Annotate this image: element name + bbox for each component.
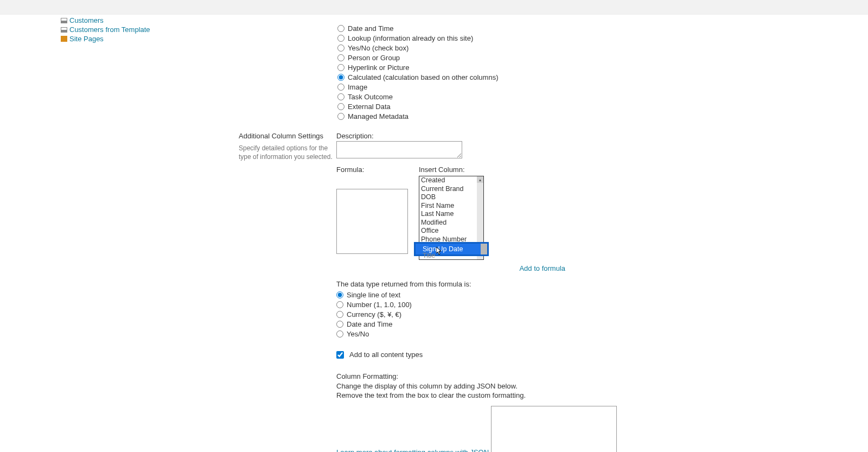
list-item[interactable]: Modified bbox=[419, 219, 483, 227]
radio-label: Hyperlink or Picture bbox=[348, 63, 409, 72]
column-formatting-section: Column Formatting: Change the display of… bbox=[336, 372, 868, 452]
radio-managed-metadata[interactable] bbox=[337, 113, 344, 120]
list-item[interactable]: Created bbox=[419, 176, 483, 185]
formula-label: Formula: bbox=[336, 165, 408, 174]
column-formatting-title: Column Formatting: bbox=[336, 372, 868, 381]
section-subtitle: Specify detailed options for the type of… bbox=[239, 144, 336, 161]
list-item[interactable]: First Name bbox=[419, 202, 483, 211]
add-all-content-types-row: Add to all content types bbox=[336, 351, 868, 359]
sidebar-item-customers-template[interactable]: Customers from Template bbox=[61, 26, 163, 34]
radio-date-time[interactable] bbox=[337, 25, 344, 32]
radio-lookup[interactable] bbox=[337, 35, 344, 42]
column-formatting-learn-more-link[interactable]: Learn more about formatting columns with… bbox=[336, 448, 489, 452]
list-icon bbox=[61, 27, 67, 33]
sidebar-item-label: Customers from Template bbox=[69, 26, 150, 34]
add-to-formula-link[interactable]: Add to formula bbox=[419, 264, 565, 272]
radio-return-yesno[interactable] bbox=[336, 330, 343, 338]
radio-label: Task Outcome bbox=[348, 93, 393, 101]
column-formatting-line1: Change the display of this column by add… bbox=[336, 381, 868, 391]
page-body: Blank List Example Customers Customers f… bbox=[0, 15, 868, 452]
column-type-radios: Date and Time Lookup (information alread… bbox=[337, 14, 868, 121]
sidebar-item-label: Customers bbox=[69, 16, 104, 24]
radio-image[interactable] bbox=[337, 84, 344, 91]
main-content: Currency ($, ¥, €) Date and Time Lookup … bbox=[163, 15, 868, 452]
radio-return-text[interactable] bbox=[336, 291, 343, 298]
radio-person[interactable] bbox=[337, 54, 344, 61]
add-all-content-types-checkbox[interactable] bbox=[336, 351, 344, 359]
sidebar-item-customers[interactable]: Customers bbox=[61, 16, 163, 24]
radio-label: Yes/No (check box) bbox=[348, 44, 409, 52]
radio-label: Yes/No bbox=[347, 330, 369, 338]
sidebar: Blank List Example Customers Customers f… bbox=[0, 15, 163, 452]
insert-column-listbox[interactable]: ▴ Created Current Brand DOB First Name L… bbox=[419, 176, 484, 260]
formula-textarea[interactable] bbox=[336, 189, 408, 254]
radio-external-data[interactable] bbox=[337, 103, 344, 110]
list-item[interactable]: Office bbox=[419, 227, 483, 235]
radio-label: Managed Metadata bbox=[348, 112, 409, 120]
radio-row-currency-partial bbox=[337, 14, 868, 23]
radio-label: Currency ($, ¥, €) bbox=[347, 310, 401, 319]
radio-calculated[interactable] bbox=[337, 74, 344, 81]
section-right: Description: Formula: Insert Column: ▴ bbox=[336, 132, 868, 452]
radio-label: External Data bbox=[348, 103, 391, 111]
additional-settings-section: Additional Column Settings Specify detai… bbox=[163, 132, 868, 452]
radio-return-datetime[interactable] bbox=[336, 321, 343, 328]
description-textarea[interactable] bbox=[336, 141, 462, 158]
description-label: Description: bbox=[336, 132, 868, 140]
column-formatting-line2: Remove the text from the box to clear th… bbox=[336, 391, 868, 400]
sidebar-item-cutoff[interactable]: Blank List Example bbox=[61, 15, 163, 15]
radio-task-outcome[interactable] bbox=[337, 93, 344, 100]
radio-label: Calculated (calculation based on other c… bbox=[348, 73, 499, 81]
radio-label: Number (1, 1.0, 100) bbox=[347, 301, 412, 309]
checkbox-label: Add to all content types bbox=[349, 351, 423, 359]
list-item[interactable]: DOB bbox=[419, 193, 483, 202]
radio-label: Single line of text bbox=[347, 291, 400, 299]
scroll-thumb[interactable] bbox=[481, 244, 487, 255]
radio-label: Person or Group bbox=[348, 54, 400, 62]
insert-list: Created Current Brand DOB First Name Las… bbox=[419, 176, 483, 244]
section-title: Additional Column Settings bbox=[239, 132, 336, 140]
radio-label: Date and Time bbox=[348, 24, 394, 33]
sidebar-item-site-pages[interactable]: Site Pages bbox=[61, 35, 163, 43]
insert-column-label: Insert Column: bbox=[419, 165, 565, 174]
list-icon bbox=[61, 18, 67, 23]
radio-label: Image bbox=[348, 83, 367, 91]
page-icon bbox=[61, 36, 67, 42]
top-bar bbox=[0, 0, 868, 15]
list-item[interactable]: Title bbox=[421, 252, 437, 260]
radio-return-currency[interactable] bbox=[336, 311, 343, 318]
return-type-label: The data type returned from this formula… bbox=[336, 280, 868, 288]
radio-return-number[interactable] bbox=[336, 301, 343, 308]
radio-label: Lookup (information already on this site… bbox=[348, 34, 473, 42]
json-formatting-textarea[interactable] bbox=[491, 406, 617, 452]
list-item[interactable]: Current Brand bbox=[419, 185, 483, 194]
radio-hyperlink[interactable] bbox=[337, 64, 344, 71]
list-item[interactable]: Last Name bbox=[419, 210, 483, 219]
radio-yesno[interactable] bbox=[337, 44, 344, 52]
radio-label: Date and Time bbox=[347, 320, 393, 328]
sidebar-item-label: Site Pages bbox=[69, 35, 104, 43]
